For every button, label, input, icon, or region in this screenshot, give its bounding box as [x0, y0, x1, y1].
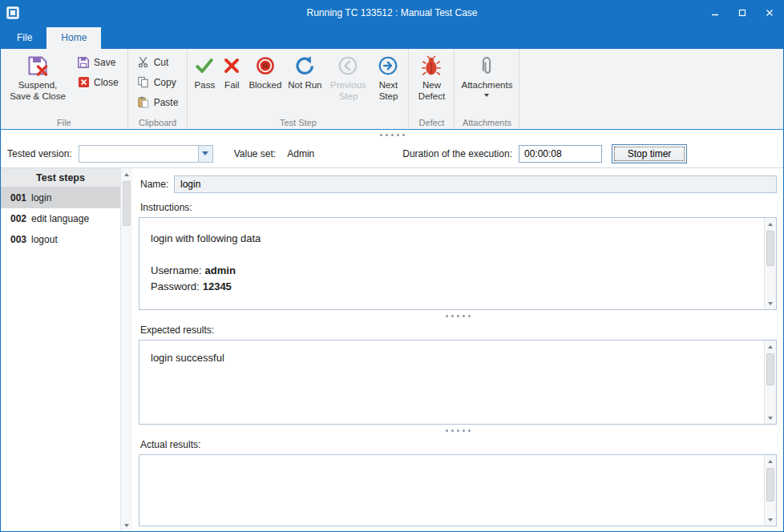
username-value: admin [205, 264, 236, 276]
step-item-003[interactable]: 003 logout [1, 229, 120, 250]
scroll-down-button[interactable] [765, 514, 776, 526]
close-window-button[interactable] [756, 1, 783, 25]
paste-button[interactable]: Paste [131, 92, 184, 112]
triangle-down-icon [768, 518, 773, 522]
cut-button[interactable]: Cut [131, 52, 184, 72]
clipboard-group-caption: Clipboard [128, 118, 188, 127]
actual-results-label: Actual results: [140, 439, 777, 451]
suspend-save-close-button[interactable]: Suspend, Save & Close [4, 51, 71, 115]
ribbon-tab-row: File Home [1, 25, 783, 49]
scrollbar-track[interactable] [765, 230, 776, 297]
scrollbar-thumb[interactable] [766, 468, 774, 502]
instructions-username-line: Username:admin [151, 263, 765, 279]
scroll-down-button[interactable] [765, 297, 776, 309]
scrollbar-track[interactable] [765, 353, 776, 412]
actual-results-box[interactable] [139, 454, 777, 526]
step-name: login [31, 192, 51, 204]
clipboard-buttons: Cut Copy [131, 52, 184, 112]
next-step-button[interactable]: Next Step [371, 51, 405, 115]
suspend-save-close-icon [27, 54, 48, 77]
attachments-button[interactable]: Attachments [458, 51, 515, 115]
triangle-up-icon [768, 223, 773, 226]
new-defect-button[interactable]: New Defect [412, 51, 451, 115]
ribbon-resize-handle[interactable] [1, 130, 783, 139]
scrollbar-thumb[interactable] [766, 231, 774, 266]
tab-home[interactable]: Home [46, 27, 101, 49]
pass-button[interactable]: Pass [191, 51, 218, 115]
maximize-button[interactable] [729, 1, 756, 25]
expected-scrollbar[interactable] [764, 341, 776, 424]
scroll-up-button[interactable] [765, 218, 776, 230]
window-controls [701, 1, 783, 25]
not-run-icon [294, 54, 315, 77]
splitter-instructions[interactable] [139, 310, 777, 321]
instructions-line1: login with following data [151, 231, 765, 247]
paste-label: Paste [154, 97, 179, 108]
combo-dropdown-button[interactable] [198, 146, 212, 162]
duration-input[interactable] [519, 145, 602, 163]
teststep-group-caption: Test Step [188, 118, 408, 127]
close-test-button[interactable]: Close [71, 72, 124, 92]
fail-icon [221, 54, 242, 77]
next-step-icon [378, 54, 398, 77]
scrollbar-track[interactable] [765, 467, 776, 514]
instructions-password-line: Password:12345 [151, 279, 765, 295]
save-label: Save [94, 57, 115, 68]
username-label: Username: [151, 264, 202, 276]
instructions-scrollbar[interactable] [764, 218, 776, 309]
password-value: 12345 [203, 280, 232, 292]
close-label: Close [94, 77, 119, 88]
scrollbar-thumb[interactable] [766, 353, 774, 385]
not-run-button[interactable]: Not Run [285, 51, 325, 115]
step-item-001[interactable]: 001 login [1, 187, 120, 208]
scrollbar-track[interactable] [121, 180, 132, 519]
scrollbar-thumb[interactable] [123, 181, 131, 226]
step-number: 002 [10, 213, 26, 224]
previous-step-label: Previous Step [328, 80, 368, 103]
minimize-button[interactable] [701, 1, 729, 25]
execution-toolbar: Tested version: Value set: Admin Duratio… [1, 139, 783, 168]
triangle-down-icon [124, 524, 129, 527]
paste-icon [137, 96, 150, 109]
tested-version-value [79, 146, 198, 162]
previous-step-button[interactable]: Previous Step [325, 51, 371, 115]
stop-timer-button[interactable]: Stop timer [612, 144, 687, 163]
instructions-box[interactable]: login with following data Username:admin… [139, 217, 777, 310]
ribbon-group-clipboard: Cut Copy [128, 49, 188, 129]
scroll-down-button[interactable] [121, 519, 132, 531]
expected-results-box[interactable]: login successful [139, 340, 777, 425]
copy-button[interactable]: Copy [131, 72, 184, 92]
scroll-up-button[interactable] [765, 341, 776, 353]
copy-label: Copy [154, 77, 176, 88]
attachments-label: Attachments [461, 80, 512, 91]
actual-scrollbar[interactable] [764, 455, 776, 526]
triangle-up-icon [768, 345, 773, 349]
triangle-down-icon [768, 417, 773, 420]
step-name: edit language [31, 213, 89, 224]
tested-version-combo[interactable] [79, 145, 213, 163]
file-group-caption: File [1, 118, 127, 127]
step-item-002[interactable]: 002 edit language [1, 208, 120, 229]
save-button[interactable]: Save [71, 52, 124, 72]
splitter-expected[interactable] [139, 425, 777, 436]
duration-label: Duration of the execution: [402, 148, 512, 159]
ribbon-group-attachments: Attachments Attachments [455, 49, 519, 129]
blocked-button[interactable]: Blocked [245, 51, 285, 115]
scroll-up-button[interactable] [121, 168, 132, 180]
next-step-label: Next Step [374, 80, 402, 103]
close-red-icon [77, 76, 90, 89]
fail-button[interactable]: Fail [218, 51, 245, 115]
step-detail-panel: Name: Instructions: login with following… [132, 168, 783, 531]
suspend-save-close-label: Suspend, Save & Close [7, 80, 68, 103]
ribbon-group-defect: New Defect Defect [409, 49, 455, 129]
step-name-input[interactable] [174, 175, 777, 193]
cut-label: Cut [154, 57, 169, 68]
pass-label: Pass [195, 80, 216, 91]
steps-scrollbar[interactable] [120, 168, 132, 531]
scroll-down-button[interactable] [765, 412, 776, 424]
tab-file[interactable]: File [2, 27, 46, 49]
actual-results-text [139, 455, 776, 474]
new-defect-label: New Defect [415, 80, 447, 103]
save-icon [77, 56, 90, 69]
scroll-up-button[interactable] [765, 455, 776, 467]
